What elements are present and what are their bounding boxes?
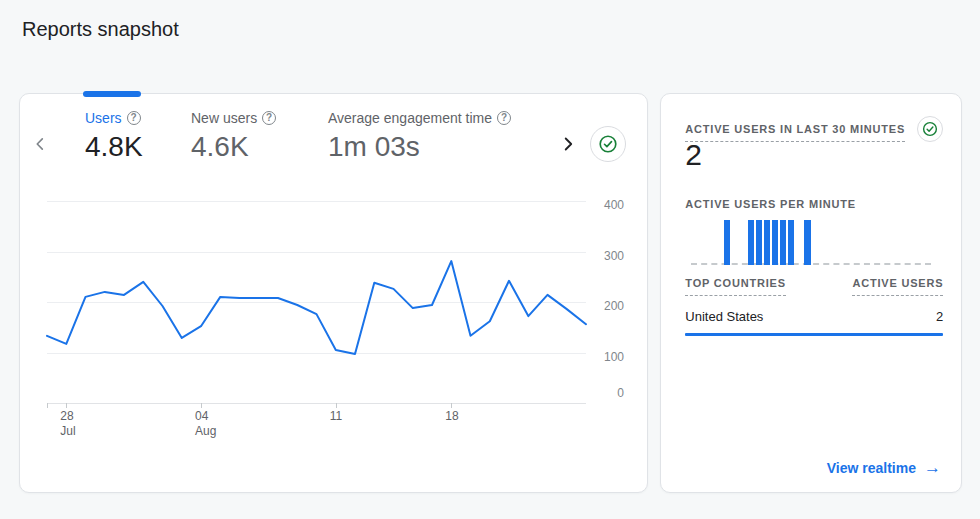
cards-row: Users ? 4.8K New users ? 4.6K Average en… <box>19 93 962 493</box>
users-line-chart[interactable] <box>47 201 586 403</box>
minute-bar <box>788 220 795 265</box>
active-users-count: 2 <box>685 138 702 172</box>
country-name: United States <box>685 309 763 324</box>
x-tick-mark <box>47 403 48 408</box>
next-metrics-button[interactable] <box>554 130 582 158</box>
page: { "page": { "title": "Reports snapshot" … <box>0 0 980 519</box>
x-tick-mark <box>66 403 67 408</box>
metric-new-users[interactable]: New users ? 4.6K <box>191 109 328 163</box>
x-tick-mark <box>336 403 337 408</box>
country-active-users: 2 <box>936 309 943 324</box>
minute-bar <box>780 220 787 265</box>
y-tick-label: 400 <box>604 198 624 212</box>
minute-bar <box>764 220 771 265</box>
help-icon[interactable]: ? <box>127 111 141 125</box>
metric-users-value: 4.8K <box>85 131 191 163</box>
metric-users[interactable]: Users ? 4.8K <box>85 109 191 163</box>
x-axis-labels: 28 Jul04 Aug1118 <box>47 409 586 441</box>
y-tick-label: 300 <box>604 249 624 263</box>
metric-users-label[interactable]: Users <box>85 110 122 126</box>
x-tick-label: 04 Aug <box>195 409 216 439</box>
metric-new-users-value: 4.6K <box>191 131 328 163</box>
realtime-header: ACTIVE USERS IN LAST 30 MINUTES <box>685 116 943 142</box>
y-tick-label: 200 <box>604 299 624 313</box>
top-countries-table: TOP COUNTRIES ACTIVE USERS United States… <box>685 277 943 336</box>
metric-avg-engagement-time[interactable]: Average engagement time ? 1m 03s <box>328 109 528 163</box>
active-users-30min-label[interactable]: ACTIVE USERS IN LAST 30 MINUTES <box>685 123 905 142</box>
metrics-header: Users ? 4.8K New users ? 4.6K Average en… <box>85 109 528 163</box>
x-tick-label: 11 <box>330 409 342 424</box>
active-users-per-minute-chart[interactable] <box>691 220 931 265</box>
overview-card: Users ? 4.8K New users ? 4.6K Average en… <box>19 93 648 493</box>
y-axis-labels: 0100200300400 <box>594 201 624 403</box>
data-quality-badge[interactable] <box>590 126 626 162</box>
check-circle-icon <box>921 120 939 138</box>
check-circle-icon <box>597 133 619 155</box>
x-tick-label: 28 Jul <box>60 409 75 439</box>
country-share-bar <box>685 333 943 336</box>
minute-bar <box>724 220 731 265</box>
x-tick-mark <box>201 403 202 408</box>
prev-metrics-button[interactable] <box>26 130 54 158</box>
arrow-right-icon: → <box>924 461 941 475</box>
users-tab-indicator <box>83 91 141 97</box>
page-title: Reports snapshot <box>22 16 980 43</box>
help-icon[interactable]: ? <box>262 111 276 125</box>
country-row[interactable]: United States 2 <box>685 309 943 324</box>
minute-bar <box>772 220 779 265</box>
view-realtime-link[interactable]: View realtime → <box>827 460 941 476</box>
minute-bar <box>756 220 763 265</box>
metric-new-users-label[interactable]: New users <box>191 110 257 126</box>
realtime-card: ACTIVE USERS IN LAST 30 MINUTES 2 ACTIVE… <box>660 93 962 493</box>
view-realtime-label: View realtime <box>827 460 916 476</box>
top-countries-header[interactable]: TOP COUNTRIES <box>685 277 785 296</box>
help-icon[interactable]: ? <box>497 111 511 125</box>
x-tick-mark <box>451 403 452 408</box>
data-quality-badge[interactable] <box>917 116 943 142</box>
users-trend-line <box>47 261 586 354</box>
y-tick-label: 100 <box>604 350 624 364</box>
y-tick-label: 0 <box>617 386 624 400</box>
metric-avg-engagement-label[interactable]: Average engagement time <box>328 110 492 126</box>
gridline <box>47 403 586 404</box>
x-tick-label: 18 <box>445 409 458 424</box>
minute-bar <box>748 220 755 265</box>
metric-avg-engagement-value: 1m 03s <box>328 131 528 163</box>
chevron-left-icon <box>29 133 51 155</box>
active-users-per-minute-label: ACTIVE USERS PER MINUTE <box>685 198 856 210</box>
active-users-header[interactable]: ACTIVE USERS <box>852 277 943 296</box>
minute-bar <box>804 220 811 265</box>
chevron-right-icon <box>557 133 579 155</box>
